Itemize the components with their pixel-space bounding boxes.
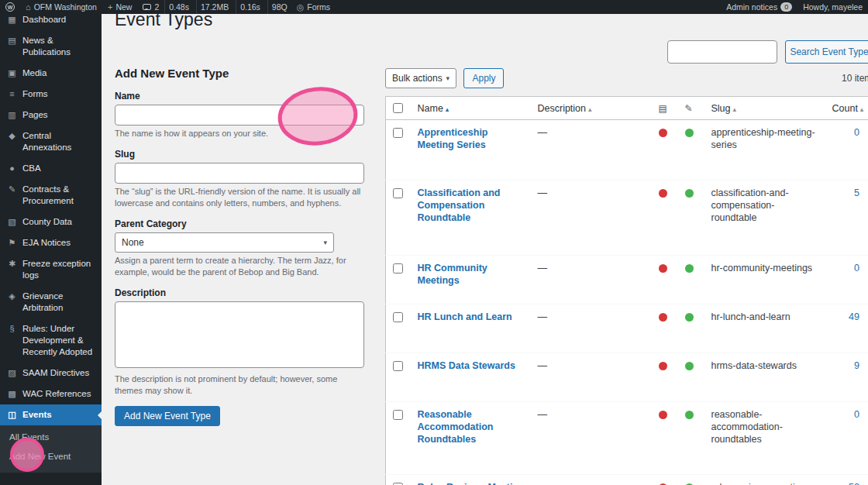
forms-menu-link[interactable]: ◎ Forms: [291, 0, 336, 14]
red-status-dot[interactable]: [659, 411, 667, 419]
my-account-link[interactable]: Howdy, mayelee: [797, 0, 868, 14]
table-header-row: Name▴ Description▴ ▤ ✎ Slug▴ C: [386, 97, 868, 120]
sidebar-item-cba[interactable]: ● CBA: [0, 158, 102, 179]
term-name-link[interactable]: Reasonable Accommodation Roundtables: [418, 409, 494, 445]
sidebar-item-rules-under-development[interactable]: § Rules: Under Development & Recently Ad…: [0, 318, 102, 363]
sidebar-item-label: Events: [22, 409, 52, 421]
sidebar-item-label: WAC References: [22, 388, 91, 400]
sidebar-item-forms[interactable]: ≡ Forms: [0, 84, 102, 105]
description-label: Description: [115, 287, 364, 298]
green-status-dot[interactable]: [685, 129, 694, 137]
form-heading: Add New Event Type: [115, 67, 364, 80]
sidebar-item-events[interactable]: ◫ Events: [0, 404, 102, 425]
term-slug: classification-and-compensation-roundtab…: [705, 181, 826, 256]
red-status-dot[interactable]: [659, 264, 667, 273]
admin-menu: ▦ Dashboard ▤ News & Publications ▣ Medi…: [0, 9, 102, 425]
row-checkbox[interactable]: [393, 263, 403, 273]
term-count-link[interactable]: 9: [854, 360, 859, 371]
red-status-dot[interactable]: [659, 129, 667, 137]
sort-icon: ▴: [446, 105, 450, 113]
column-header-edit[interactable]: ✎: [679, 97, 705, 120]
sidebar-item-news-publications[interactable]: ▤ News & Publications: [0, 30, 102, 63]
media-icon: ▣: [6, 67, 18, 79]
term-count-link[interactable]: 0: [854, 127, 859, 138]
comments-icon: [143, 4, 151, 10]
comments-link[interactable]: 2: [137, 0, 164, 14]
red-status-dot[interactable]: [659, 362, 667, 370]
bulk-actions-select[interactable]: Bulk actions ▾: [385, 68, 456, 88]
term-name-link[interactable]: Classification and Compensation Roundtab…: [418, 187, 501, 223]
wordpress-menu[interactable]: W: [0, 0, 20, 14]
term-name-link[interactable]: HR Lunch and Learn: [418, 311, 512, 322]
admin-notices-link[interactable]: Admin notices 0: [721, 0, 797, 14]
submenu-add-new-event[interactable]: Add New Event: [0, 447, 102, 466]
column-header-posts[interactable]: ▤: [653, 97, 679, 120]
query-monitor-stats[interactable]: 0.48s 17.2MB 0.16s 98Q: [164, 0, 291, 14]
term-slug: hrms-data-stewards: [705, 353, 826, 402]
wordpress-logo-icon: W: [5, 2, 15, 12]
sidebar-item-media[interactable]: ▣ Media: [0, 63, 102, 84]
row-checkbox[interactable]: [393, 188, 403, 198]
list-icon: ▤: [659, 103, 667, 114]
row-checkbox[interactable]: [393, 128, 403, 138]
term-count-link[interactable]: 5: [854, 187, 859, 198]
slug-field[interactable]: [115, 163, 364, 184]
saam-icon: ▨: [6, 367, 18, 379]
add-new-event-type-button[interactable]: Add New Event Type: [115, 406, 220, 426]
term-description: —: [532, 475, 653, 485]
term-name-link[interactable]: Rules Reviews Meeting: [418, 482, 525, 485]
select-all-checkbox[interactable]: [393, 103, 403, 113]
term-name-link[interactable]: Apprenticeship Meeting Series: [418, 127, 488, 150]
site-name: OFM Washington: [34, 2, 97, 12]
name-header-label: Name: [418, 103, 443, 114]
county-data-icon: ▧: [6, 216, 18, 228]
description-field[interactable]: [115, 301, 364, 368]
sidebar-item-county-data[interactable]: ▧ County Data: [0, 212, 102, 232]
green-status-dot[interactable]: [685, 362, 694, 370]
qm-query-count: 98Q: [267, 0, 291, 14]
sidebar-item-saam-directives[interactable]: ▨ SAAM Directives: [0, 363, 102, 384]
column-header-description[interactable]: Description▴: [532, 97, 653, 120]
site-home-link[interactable]: ⌂ OFM Washington: [20, 0, 102, 14]
search-input[interactable]: [667, 40, 777, 64]
sidebar-item-contracts-procurement[interactable]: ✎ Contracts & Procurement: [0, 179, 102, 212]
grievance-icon: ◈: [6, 291, 18, 302]
term-count-link[interactable]: 0: [854, 409, 859, 420]
submenu-all-events[interactable]: All Events: [0, 428, 102, 447]
column-header-name[interactable]: Name▴: [412, 97, 532, 120]
row-checkbox[interactable]: [393, 410, 403, 420]
row-checkbox[interactable]: [393, 361, 403, 371]
term-count-link[interactable]: 0: [854, 263, 859, 273]
green-status-dot[interactable]: [685, 411, 694, 419]
apply-button[interactable]: Apply: [463, 68, 504, 88]
sidebar-item-pages[interactable]: ▥ Pages: [0, 105, 102, 126]
column-header-count[interactable]: Count▴: [826, 97, 868, 120]
sidebar-item-label: SAAM Directives: [22, 367, 89, 379]
green-status-dot[interactable]: [685, 264, 694, 273]
row-checkbox[interactable]: [393, 312, 403, 322]
name-field[interactable]: [115, 105, 364, 126]
green-status-dot[interactable]: [685, 189, 694, 198]
green-status-dot[interactable]: [685, 313, 694, 322]
term-count-link[interactable]: 49: [849, 311, 859, 322]
sort-icon: ▴: [860, 105, 864, 113]
term-description: —: [532, 120, 653, 181]
list-toolbar: Bulk actions ▾ Apply 10 items: [385, 68, 868, 88]
term-count-link[interactable]: 52: [849, 482, 859, 485]
sidebar-item-wac-references[interactable]: ▩ WAC References: [0, 384, 102, 404]
red-status-dot[interactable]: [659, 189, 667, 198]
admin-notices-count-badge: 0: [780, 2, 792, 12]
column-header-slug[interactable]: Slug▴: [705, 97, 826, 120]
sidebar-item-freeze-exception-logs[interactable]: ✱ Freeze exception logs: [0, 253, 102, 286]
red-status-dot[interactable]: [659, 313, 667, 322]
term-name-link[interactable]: HR Community Meetings: [418, 263, 487, 286]
new-content-link[interactable]: + New: [102, 0, 137, 14]
table-row: Reasonable Accommodation Roundtables — r…: [386, 402, 868, 475]
sidebar-item-eja-notices[interactable]: ⚑ EJA Notices: [0, 232, 102, 253]
terms-list-area: Bulk actions ▾ Apply 10 items Name▴ Desc…: [385, 68, 868, 485]
sidebar-item-grievance-arbitration[interactable]: ◈ Grievance Arbitration: [0, 286, 102, 318]
search-button[interactable]: Search Event Types: [785, 40, 868, 64]
parent-category-select[interactable]: None ▾: [115, 232, 334, 253]
term-name-link[interactable]: HRMS Data Stewards: [418, 360, 515, 371]
sidebar-item-central-annexations[interactable]: ◆ Central Annexations: [0, 126, 102, 158]
